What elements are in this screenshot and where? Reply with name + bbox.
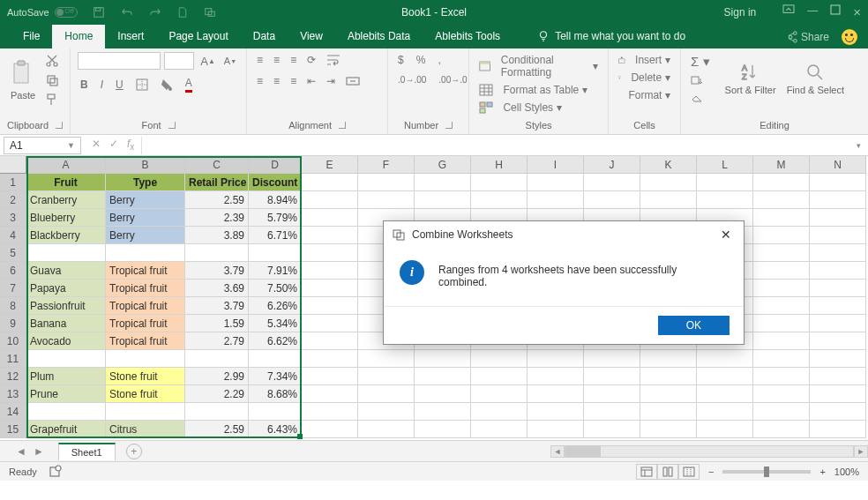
cell[interactable]: [810, 421, 866, 438]
cell[interactable]: [697, 421, 753, 438]
col-header[interactable]: L: [697, 156, 753, 174]
zoom-level[interactable]: 100%: [834, 466, 859, 477]
cell[interactable]: 3.79: [185, 262, 249, 280]
wrap-text-icon[interactable]: [324, 52, 343, 68]
cell[interactable]: [810, 174, 866, 191]
cell[interactable]: Avocado: [26, 332, 106, 350]
scroll-thumb[interactable]: [565, 446, 601, 457]
cell[interactable]: [106, 244, 185, 262]
sheet-nav-next-icon[interactable]: ►: [34, 445, 44, 458]
row-header[interactable]: 7: [0, 280, 26, 297]
italic-icon[interactable]: I: [98, 77, 106, 93]
cell[interactable]: [810, 227, 866, 244]
col-header[interactable]: A: [26, 156, 106, 174]
percent-icon[interactable]: %: [414, 52, 429, 68]
col-header[interactable]: J: [584, 156, 640, 174]
scroll-right-icon[interactable]: ►: [854, 445, 868, 458]
cell[interactable]: [753, 368, 810, 385]
scroll-left-icon[interactable]: ◄: [550, 445, 565, 458]
cell[interactable]: [471, 421, 528, 438]
cell[interactable]: 3.69: [185, 280, 249, 297]
ribbon-options-icon[interactable]: [782, 4, 795, 19]
align-top-icon[interactable]: ≡: [254, 52, 266, 68]
decrease-decimal-icon[interactable]: .00→.0: [436, 73, 469, 86]
cell[interactable]: Tropical fruit: [106, 315, 185, 332]
cell[interactable]: [584, 421, 640, 438]
font-color-icon[interactable]: A: [183, 75, 195, 94]
format-painter-icon[interactable]: [42, 91, 62, 108]
cell[interactable]: 6.43%: [249, 421, 302, 438]
cell[interactable]: 2.59: [185, 191, 249, 209]
cell[interactable]: 5.34%: [249, 315, 302, 332]
cell[interactable]: [640, 350, 697, 368]
toggle-switch[interactable]: Off: [55, 7, 78, 18]
cell[interactable]: [584, 385, 640, 403]
bold-icon[interactable]: B: [78, 77, 91, 93]
cell[interactable]: [249, 244, 302, 262]
orientation-icon[interactable]: ⟳: [304, 52, 318, 68]
cell[interactable]: 2.39: [185, 209, 249, 227]
cell[interactable]: [810, 191, 866, 209]
cell[interactable]: Tropical fruit: [106, 297, 185, 315]
row-header[interactable]: 8: [0, 297, 26, 315]
cell[interactable]: [26, 350, 106, 368]
cell[interactable]: [415, 174, 471, 191]
cell[interactable]: 3.79: [185, 297, 249, 315]
cell[interactable]: 6.71%: [249, 227, 302, 244]
cell[interactable]: [471, 403, 528, 421]
select-all-corner[interactable]: [0, 156, 26, 174]
col-header[interactable]: M: [753, 156, 810, 174]
cell[interactable]: [302, 421, 358, 438]
clear-icon[interactable]: [688, 91, 712, 105]
cell[interactable]: [528, 350, 584, 368]
zoom-thumb[interactable]: [764, 466, 769, 477]
cell[interactable]: [302, 209, 358, 227]
tell-me-search[interactable]: Tell me what you want to do: [528, 25, 694, 49]
row-header[interactable]: 3: [0, 209, 26, 227]
tab-data[interactable]: Data: [241, 25, 288, 49]
cell[interactable]: [753, 385, 810, 403]
increase-font-icon[interactable]: A▲: [198, 53, 218, 70]
cell[interactable]: [810, 244, 866, 262]
align-middle-icon[interactable]: ≡: [271, 52, 282, 68]
cell[interactable]: [810, 280, 866, 297]
cell[interactable]: [358, 191, 415, 209]
col-header[interactable]: K: [640, 156, 697, 174]
col-header[interactable]: C: [185, 156, 249, 174]
cell[interactable]: 2.99: [185, 368, 249, 385]
cell[interactable]: [753, 262, 810, 280]
copy-icon[interactable]: [42, 71, 62, 89]
cell[interactable]: [415, 421, 471, 438]
cell[interactable]: [358, 421, 415, 438]
align-bottom-icon[interactable]: ≡: [288, 52, 299, 68]
cell[interactable]: [810, 262, 866, 280]
cell[interactable]: [302, 297, 358, 315]
cell[interactable]: [415, 191, 471, 209]
cell[interactable]: [753, 315, 810, 332]
cell[interactable]: Tropical fruit: [106, 332, 185, 350]
cell[interactable]: [302, 315, 358, 332]
cancel-formula-icon[interactable]: ✕: [92, 138, 101, 152]
undo-icon[interactable]: [118, 4, 136, 20]
cell[interactable]: Cranberry: [26, 191, 106, 209]
cell[interactable]: [185, 403, 249, 421]
cell[interactable]: Grapefruit: [26, 421, 106, 438]
cell[interactable]: Guava: [26, 262, 106, 280]
row-header[interactable]: 1: [0, 174, 26, 191]
share-button[interactable]: Share: [785, 31, 829, 43]
cell[interactable]: 1.59: [185, 315, 249, 332]
custom-icon[interactable]: [201, 4, 219, 20]
cell[interactable]: [753, 280, 810, 297]
cell[interactable]: [753, 227, 810, 244]
row-header[interactable]: 15: [0, 421, 26, 438]
cell[interactable]: Stone fruit: [106, 385, 185, 403]
cell[interactable]: [302, 332, 358, 350]
autosum-icon[interactable]: Σ ▾: [688, 52, 712, 71]
cell[interactable]: [640, 191, 697, 209]
cell[interactable]: [753, 244, 810, 262]
cell[interactable]: [753, 332, 810, 350]
horizontal-scrollbar[interactable]: ◄ ►: [550, 445, 868, 458]
cell[interactable]: [302, 191, 358, 209]
cell[interactable]: [26, 244, 106, 262]
cell[interactable]: Discount: [249, 174, 302, 191]
